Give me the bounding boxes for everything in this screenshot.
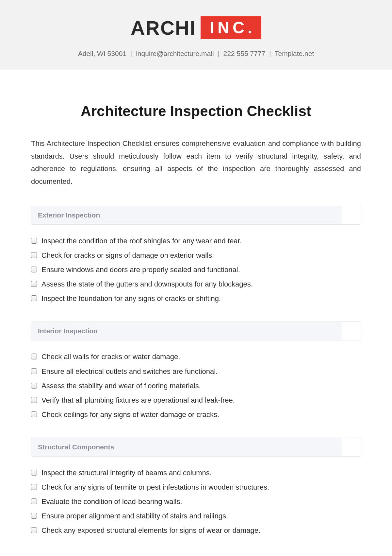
checkbox-icon[interactable] (31, 238, 37, 244)
checkbox-icon[interactable] (31, 368, 37, 374)
checklist-item: Assess the state of the gutters and down… (31, 277, 361, 291)
checklist-item-label: Inspect the structural integrity of beam… (41, 467, 212, 478)
checklist-item: Check for any signs of termite or pest i… (31, 480, 361, 495)
contact-site: Template.net (275, 50, 314, 57)
checkbox-icon[interactable] (31, 295, 37, 301)
checklist-item-label: Ensure windows and doors are properly se… (41, 264, 240, 275)
checklist-item: Inspect the foundation for any signs of … (31, 291, 361, 306)
checklist-item-label: Ensure all electrical outlets and switch… (41, 366, 218, 377)
checklist-item-label: Check for any signs of termite or pest i… (41, 482, 269, 493)
checkbox-icon[interactable] (31, 470, 37, 476)
checklist-item: Check for cracks or signs of damage on e… (31, 248, 361, 263)
checkbox-icon[interactable] (31, 267, 37, 272)
contact-phone: 222 555 7777 (223, 50, 265, 57)
checklist-item: Ensure proper alignment and stability of… (31, 509, 361, 523)
separator-icon: | (269, 50, 271, 57)
logo: ARCHI INC. (131, 16, 261, 39)
checklist-item-label: Check all walls for cracks or water dama… (41, 351, 180, 362)
checklist-section: Structural ComponentsInspect the structu… (31, 438, 361, 538)
checklist-item: Evaluate the condition of load-bearing w… (31, 495, 361, 509)
checkbox-icon[interactable] (31, 397, 37, 403)
document-body: Architecture Inspection Checklist This A… (0, 70, 392, 556)
checklist-item-label: Assess the state of the gutters and down… (41, 279, 253, 290)
checklist-item-label: Assess the stability and wear of floorin… (41, 380, 201, 391)
checkbox-icon[interactable] (31, 498, 37, 504)
checklist-item-label: Ensure proper alignment and stability of… (41, 511, 228, 522)
page-title: Architecture Inspection Checklist (31, 103, 361, 119)
logo-text: ARCHI (131, 17, 196, 39)
checkbox-icon[interactable] (31, 383, 37, 389)
checklist-item: Ensure all electrical outlets and switch… (31, 364, 361, 379)
checklist-item: Inspect the condition of the roof shingl… (31, 234, 361, 248)
checkbox-icon[interactable] (31, 513, 37, 519)
checkbox-icon[interactable] (31, 411, 37, 417)
checklist-section: Interior InspectionCheck all walls for c… (31, 321, 361, 422)
checklist-item-label: Check for cracks or signs of damage on e… (41, 250, 214, 261)
section-header: Interior Inspection (31, 321, 361, 340)
document-header: ARCHI INC. Adell, WI 53001 | inquire@arc… (0, 0, 392, 70)
checkbox-icon[interactable] (31, 527, 37, 533)
logo-badge: INC. (201, 16, 261, 39)
checklist-item-label: Inspect the condition of the roof shingl… (41, 235, 242, 247)
checkbox-icon[interactable] (31, 354, 37, 359)
checklist-item: Check any exposed structural elements fo… (31, 523, 361, 538)
checklist-section: Exterior InspectionInspect the condition… (31, 206, 361, 306)
contact-line: Adell, WI 53001 | inquire@architecture.m… (0, 50, 392, 58)
checklist-item-label: Check any exposed structural elements fo… (41, 525, 260, 536)
separator-icon: | (218, 50, 219, 57)
checklist-item-label: Check ceilings for any signs of water da… (41, 409, 219, 420)
checklist-item: Ensure windows and doors are properly se… (31, 263, 361, 277)
checklist-item-label: Evaluate the condition of load-bearing w… (41, 496, 182, 507)
checkbox-icon[interactable] (31, 252, 37, 258)
checkbox-icon[interactable] (31, 281, 37, 287)
checkbox-icon[interactable] (31, 484, 37, 490)
checklist-item: Inspect the structural integrity of beam… (31, 466, 361, 480)
checklist-item: Check ceilings for any signs of water da… (31, 408, 361, 422)
checklist-item: Verify that all plumbing fixtures are op… (31, 393, 361, 408)
checklist-item-label: Inspect the foundation for any signs of … (41, 293, 221, 304)
contact-email: inquire@architecture.mail (136, 50, 214, 57)
section-header: Structural Components (31, 438, 361, 457)
separator-icon: | (130, 50, 132, 57)
checklist-item: Check all walls for cracks or water dama… (31, 350, 361, 364)
contact-address: Adell, WI 53001 (78, 50, 126, 57)
checklist-item: Assess the stability and wear of floorin… (31, 379, 361, 393)
intro-paragraph: This Architecture Inspection Checklist e… (31, 137, 361, 188)
section-header: Exterior Inspection (31, 206, 361, 225)
checklist-item-label: Verify that all plumbing fixtures are op… (41, 395, 235, 406)
